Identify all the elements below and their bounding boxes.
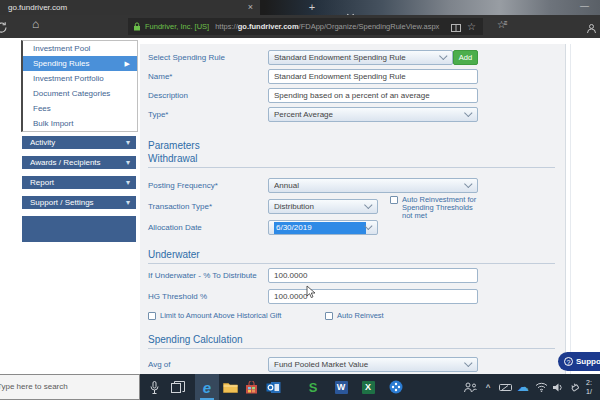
sidebar-section-awards-recipients[interactable]: Awards / Recipients ▾ (22, 156, 136, 169)
section-label: Activity (30, 138, 55, 147)
type-value: Percent Average (274, 108, 466, 121)
address-bar[interactable]: Fundriver, Inc. [US] https://go.fundrive… (128, 18, 483, 35)
volume-icon[interactable] (550, 379, 566, 395)
window-minimize-button[interactable]: — (576, 0, 593, 12)
if-underwater-input[interactable]: 100.0000 (268, 268, 478, 283)
url-path: /FDApp/Organize/SpendingRuleView.aspx (299, 22, 440, 31)
parameters-heading: Parameters (148, 140, 565, 151)
if-underwater-label: If Underwater - % To Distribute (148, 271, 268, 280)
chevron-down-icon: ▾ (126, 136, 130, 149)
wifi-icon[interactable] (533, 379, 549, 395)
hg-threshold-input[interactable]: 100.0000 (268, 289, 478, 304)
reading-view-icon[interactable] (451, 18, 461, 36)
sidebar-section-activity[interactable]: Activity ▾ (22, 136, 136, 149)
browser-tab-bar: go.fundriver.com × + — (0, 0, 600, 15)
new-tab-button[interactable]: + (303, 0, 321, 15)
tab-title: go.fundriver.com (8, 3, 67, 12)
posting-frequency-value: Annual (274, 179, 466, 192)
posting-frequency-label: Posting Frequency* (148, 181, 268, 190)
edge-browser-icon[interactable]: e (195, 374, 219, 400)
app-circle-icon[interactable] (388, 379, 404, 395)
task-view-icon[interactable] (170, 379, 186, 395)
people-icon[interactable] (462, 379, 478, 395)
support-label: Support (576, 357, 600, 366)
hg-threshold-label: HG Threshold % (148, 292, 268, 301)
favorites-list-icon[interactable]: ☆≡ (497, 19, 509, 30)
excel-icon[interactable]: X (360, 379, 376, 395)
microsoft-store-icon[interactable] (243, 379, 259, 395)
sidebar-item-document-categories[interactable]: Document Categories (23, 86, 137, 101)
withdrawal-heading: Withdrawal (148, 153, 555, 168)
add-button[interactable]: Add (453, 50, 478, 65)
padlock-icon (133, 22, 141, 31)
section-label: Report (30, 178, 54, 187)
url-text[interactable]: https://go.fundriver.com/FDApp/Organize/… (215, 22, 447, 31)
spending-calculation-heading: Spending Calculation (148, 334, 555, 349)
taskbar-clock[interactable]: 2: 1/ (586, 378, 592, 396)
chevron-down-icon: ▾ (126, 156, 130, 169)
taskbar-search-input[interactable]: Type here to search (0, 374, 140, 400)
outlook-icon[interactable] (265, 379, 281, 395)
auto-reinvest-label: Auto Reinvest (337, 312, 384, 320)
pen-icon[interactable] (497, 379, 513, 395)
allocation-date-dropdown[interactable]: 6/30/2019 (268, 220, 378, 235)
posting-frequency-dropdown[interactable]: Annual (268, 178, 478, 193)
select-spending-rule-label: Select Spending Rule (148, 53, 268, 62)
allocation-date-value: 6/30/2019 (274, 222, 366, 234)
sidebar-item-fees[interactable]: Fees (23, 101, 137, 116)
description-input[interactable]: Spending based on a percent of an averag… (268, 88, 478, 103)
tray-expand-caret-icon[interactable]: ^ (480, 379, 496, 395)
clock-date: 1/ (586, 387, 592, 396)
auto-reinvestment-checkbox[interactable] (390, 196, 398, 204)
profile-icon[interactable] (586, 20, 597, 38)
avg-of-value: Fund Pooled Market Value (274, 358, 466, 371)
question-icon: ? (564, 357, 573, 366)
usb-plug-icon[interactable] (567, 379, 583, 395)
sidebar-item-label: Spending Rules (33, 59, 89, 68)
site-security-text[interactable]: Fundriver, Inc. [US] (145, 22, 209, 31)
tab-preview-chevron-icon[interactable] (348, 3, 356, 11)
select-spending-rule-value: Standard Endowment Spending Rule (274, 51, 441, 64)
name-input[interactable]: Standard Endowment Spending Rule (268, 69, 478, 84)
sidebar-section-report[interactable]: Report ▾ (22, 176, 136, 189)
name-label: Name* (148, 72, 268, 81)
submenu-arrow-icon: ▶ (125, 56, 130, 71)
avg-of-dropdown[interactable]: Fund Pooled Market Value (268, 357, 478, 372)
page-content: Select Spending Rule Standard Endowment … (0, 38, 600, 374)
onedrive-cloud-icon[interactable]: ☁ (515, 379, 531, 395)
word-icon[interactable]: W (333, 379, 349, 395)
transaction-type-dropdown[interactable]: Distribution (268, 199, 378, 214)
sidebar-item-spending-rules[interactable]: Spending Rules ▶ (23, 56, 137, 71)
browser-tab[interactable]: go.fundriver.com × (0, 0, 260, 15)
sidebar-item-investment-portfolio[interactable]: Investment Portfolio (23, 71, 137, 86)
file-explorer-icon[interactable] (222, 379, 238, 395)
taskbar: Type here to search e S W X (0, 374, 600, 400)
refresh-icon[interactable] (0, 20, 8, 38)
sidebar-footer-block (22, 216, 136, 242)
tab-close-icon[interactable]: × (248, 0, 253, 15)
organize-submenu: Investment Pool Spending Rules ▶ Investm… (21, 40, 138, 132)
sidebar-item-bulk-import[interactable]: Bulk Import (23, 116, 137, 131)
underwater-heading: Underwater (148, 249, 555, 264)
home-icon[interactable]: ⌂ (32, 17, 39, 31)
description-label: Description (148, 91, 268, 100)
microphone-icon[interactable] (146, 379, 162, 395)
support-button[interactable]: ? Support (558, 352, 600, 371)
auto-reinvestment-label: Auto Reinvestment for Spending Threshold… (402, 196, 478, 220)
screen: go.fundriver.com × + — ⌂ Fundriver, Inc.… (0, 0, 600, 400)
divider (570, 44, 571, 374)
auto-reinvest-checkbox[interactable] (325, 312, 333, 320)
mouse-cursor (306, 285, 316, 299)
sidebar-item-investment-pool[interactable]: Investment Pool (23, 41, 137, 56)
sidebar: Investment Pool Spending Rules ▶ Investm… (0, 38, 140, 374)
sidebar-section-support-settings[interactable]: Support / Settings ▾ (22, 196, 136, 209)
limit-historical-gift-checkbox[interactable] (148, 312, 156, 320)
transaction-type-value: Distribution (274, 200, 366, 213)
type-dropdown[interactable]: Percent Average (268, 107, 478, 122)
section-label: Awards / Recipients (30, 158, 101, 167)
url-scheme: https:// (215, 22, 238, 31)
spending-rule-form: Select Spending Rule Standard Endowment … (140, 44, 566, 374)
favorite-star-icon[interactable]: ☆ (467, 21, 476, 32)
select-spending-rule-dropdown[interactable]: Standard Endowment Spending Rule (268, 50, 453, 65)
skype-icon[interactable]: S (305, 379, 321, 395)
